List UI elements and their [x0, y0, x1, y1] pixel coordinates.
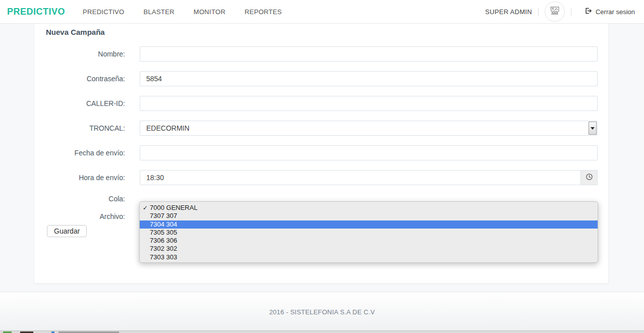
nav-item-blaster[interactable]: BLASTER: [134, 0, 184, 23]
sign-out-icon: [584, 7, 596, 16]
form-row-contrasena: Contraseña:: [46, 71, 598, 86]
cola-option-label: 7000 GENERAL: [150, 204, 198, 211]
main-menu: PREDICTIVOBLASTERMONITORREPORTES: [73, 0, 291, 23]
separator: [538, 8, 539, 16]
hora-envio-input[interactable]: [140, 170, 581, 185]
checkmark-icon: ✓: [143, 204, 148, 212]
cola-option-label: 7307 307: [150, 212, 177, 219]
contrasena-input[interactable]: [140, 71, 598, 86]
cola-option-label: 7305 305: [150, 229, 177, 236]
cola-dropdown-popup: ✓7000 GENERAL7307 3077304 3047305 305730…: [139, 201, 598, 263]
cola-option[interactable]: 7306 306: [140, 237, 598, 245]
nav-item-predictivo[interactable]: PREDICTIVO: [73, 0, 134, 23]
clock-icon: [586, 173, 593, 183]
cola-option[interactable]: 7304 304: [140, 220, 598, 229]
cola-label: Cola:: [46, 195, 125, 203]
cola-option[interactable]: 7305 305: [140, 229, 598, 237]
form-row-hora-envio: Hora de envío:: [46, 170, 598, 185]
troncal-select[interactable]: EDECORMIN: [140, 121, 598, 136]
logout-button[interactable]: Cerrar sesion: [584, 7, 635, 16]
contrasena-label: Contraseña:: [46, 75, 125, 83]
nav-item-reportes[interactable]: REPORTES: [235, 0, 291, 23]
page-title: Nueva Campaña: [46, 28, 598, 36]
caller-id-input[interactable]: [140, 96, 598, 111]
form-row-fecha-envio: Fecha de envío:: [46, 145, 598, 160]
footer-text: 2016 - SISTELEFONIA S.A DE C.V: [0, 292, 644, 316]
form-row-nombre: Nombre:: [46, 46, 598, 62]
cola-option[interactable]: ✓7000 GENERAL: [140, 204, 598, 212]
troncal-selected-value: EDECORMIN: [146, 124, 190, 132]
separator: [571, 8, 571, 16]
nombre-label: Nombre:: [46, 50, 125, 58]
user-menu[interactable]: SUPER ADMIN: [485, 8, 532, 16]
nombre-input[interactable]: [140, 46, 598, 62]
cola-option[interactable]: 7303 303: [140, 253, 598, 261]
fecha-envio-input[interactable]: [140, 145, 598, 160]
logout-label: Cerrar sesion: [596, 8, 635, 16]
broken-image-icon: [549, 5, 561, 19]
cola-option[interactable]: 7302 302: [140, 245, 598, 253]
select-dropdown-arrow-icon[interactable]: [589, 122, 597, 135]
cola-option-label: 7304 304: [150, 220, 177, 228]
cola-option-label: 7302 302: [150, 245, 177, 252]
form-row-caller-id: CALLER-ID:: [46, 96, 598, 111]
cola-option[interactable]: 7307 307: [140, 212, 598, 220]
brand-logo[interactable]: PREDICTIVO: [0, 7, 73, 17]
save-button[interactable]: Guardar: [47, 225, 87, 237]
main-content: Nueva Campaña Nombre: Contraseña: CALLER…: [0, 24, 644, 292]
archivo-label: Archivo:: [46, 212, 125, 220]
cola-option-label: 7306 306: [150, 237, 177, 244]
page-footer: 2016 - SISTELEFONIA S.A DE C.V: [0, 292, 644, 330]
nav-item-monitor[interactable]: MONITOR: [184, 0, 235, 23]
fecha-envio-label: Fecha de envío:: [46, 149, 125, 157]
form-row-troncal: TRONCAL: EDECORMIN: [46, 121, 598, 136]
background-window-edge: [0, 330, 644, 333]
caller-id-label: CALLER-ID:: [46, 99, 125, 107]
hora-envio-label: Hora de envío:: [46, 174, 125, 182]
top-navbar: PREDICTIVO PREDICTIVOBLASTERMONITORREPOR…: [0, 0, 644, 24]
new-campaign-panel: Nueva Campaña Nombre: Contraseña: CALLER…: [34, 24, 609, 284]
user-avatar[interactable]: [545, 2, 565, 22]
time-picker-addon[interactable]: [581, 170, 598, 185]
cola-option-label: 7303 303: [150, 253, 177, 261]
troncal-label: TRONCAL:: [46, 124, 125, 132]
navbar-right: SUPER ADMIN Cerrar sesion: [485, 2, 644, 22]
